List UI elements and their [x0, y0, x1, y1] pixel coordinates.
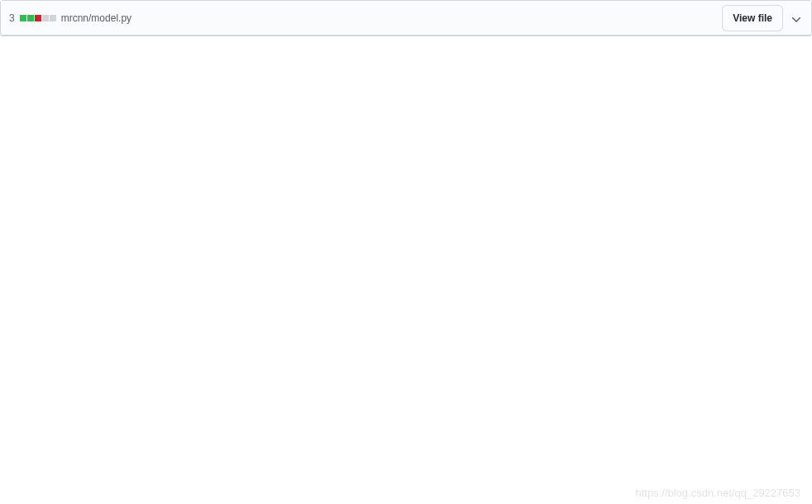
diff-stat-blocks	[20, 15, 56, 21]
file-header: 3 mrcnn/model.py View file	[1, 1, 811, 36]
diff-block-add	[20, 15, 26, 21]
chevron-down-icon[interactable]	[790, 12, 803, 25]
file-path: mrcnn/model.py	[61, 12, 131, 24]
change-count: 3	[9, 12, 15, 24]
watermark: https://blog.csdn.net/qq_29227653	[636, 487, 801, 499]
diff-block-neutral	[50, 15, 56, 21]
file-info: 3 mrcnn/model.py	[9, 12, 131, 24]
diff-block-del	[35, 15, 41, 21]
view-file-button[interactable]: View file	[722, 5, 783, 31]
diff-file-container: 3 mrcnn/model.py View file	[0, 0, 812, 36]
header-actions: View file	[722, 5, 803, 31]
diff-block-neutral	[42, 15, 49, 21]
diff-block-add	[27, 15, 34, 21]
